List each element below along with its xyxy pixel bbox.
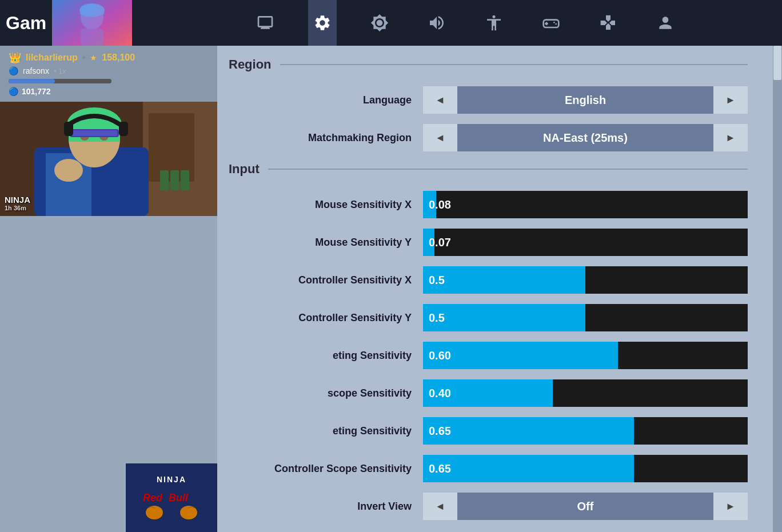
nav-icons xyxy=(149,0,782,46)
svg-point-3 xyxy=(79,3,105,17)
currency-amount: 101,772 xyxy=(22,87,51,96)
input-section-header: Input xyxy=(229,162,748,179)
player-name: lilcharlierup xyxy=(26,53,78,63)
targeting-sens-label: eting Sensitivity xyxy=(229,350,423,362)
ctrl-targeting-sens-slider[interactable]: 0.65 xyxy=(423,417,748,445)
ctrl-targeting-sens-value: 0.65 xyxy=(429,425,451,438)
region-section-header: Region xyxy=(229,57,748,75)
region-title: Region xyxy=(229,57,272,72)
svg-rect-0 xyxy=(52,0,132,46)
webcam-background: NINJA 1h 36m xyxy=(0,102,217,216)
controller-sens-y-row: Controller Sensitivity Y 0.5 xyxy=(229,304,748,331)
ctrl-scope-sens-slider[interactable]: 0.65 xyxy=(423,455,748,482)
audio-icon[interactable] xyxy=(422,0,451,46)
game-title: Gam xyxy=(6,13,46,34)
controller-sens-y-value: 0.5 xyxy=(429,311,445,325)
webcam-area: NINJA 1h 36m xyxy=(0,102,217,216)
targeting-sens-slider[interactable]: 0.60 xyxy=(423,342,748,369)
brightness-icon[interactable] xyxy=(365,0,394,46)
matchmaking-region-next-button[interactable]: ► xyxy=(713,124,748,151)
matchmaking-region-value: NA-East (25ms) xyxy=(457,124,713,151)
redbull-panel: NINJA Red Bull xyxy=(126,463,217,532)
mouse-sens-x-value: 0.08 xyxy=(429,198,451,211)
ctrl-scope-sens-fill: 0.65 xyxy=(423,455,634,482)
invert-view-control: ◄ Off ► xyxy=(423,493,748,520)
mouse-sens-x-label: Mouse Sensitivity X xyxy=(229,199,423,211)
svg-text:Bull: Bull xyxy=(169,492,189,503)
targeting-sens-row: eting Sensitivity 0.60 xyxy=(229,342,748,369)
controller-sens-x-control: 0.5 xyxy=(423,266,748,294)
scrollbar[interactable] xyxy=(773,46,782,532)
mouse-sens-x-row: Mouse Sensitivity X 0.08 xyxy=(229,191,748,218)
monitor-icon[interactable] xyxy=(251,0,280,46)
ctrl-targeting-sens-label: eting Sensitivity xyxy=(229,425,423,437)
ctrl-scope-sens-control: 0.65 xyxy=(423,455,748,482)
ctrl-targeting-sens-fill: 0.65 xyxy=(423,417,634,445)
svg-point-8 xyxy=(555,23,557,25)
svg-rect-27 xyxy=(181,170,189,190)
matchmaking-region-prev-button[interactable]: ◄ xyxy=(423,124,457,151)
settings-icon[interactable] xyxy=(308,0,337,46)
controller-sens-x-slider[interactable]: 0.5 xyxy=(423,266,748,294)
controller-sens-x-value: 0.5 xyxy=(429,274,445,287)
svg-point-1 xyxy=(81,5,103,30)
crown-icon: 👑 xyxy=(9,51,21,64)
player-info: 👑 lilcharlierup • ★ 158,100 🔵 rafsonx • … xyxy=(0,46,217,102)
mouse-sens-y-fill: 0.07 xyxy=(423,229,434,256)
mouse-sens-y-label: Mouse Sensitivity Y xyxy=(229,237,423,249)
ctrl-scope-sens-label: Controller Scope Sensitivity xyxy=(229,463,423,475)
profile-icon[interactable] xyxy=(651,0,680,46)
logo-area: Gam xyxy=(0,0,149,46)
gamepad-icon[interactable] xyxy=(594,0,623,46)
shield-icon: 🔵 xyxy=(9,66,18,75)
webcam-stream-time: 1h 36m xyxy=(5,205,30,211)
ctrl-scope-sens-row: Controller Scope Sensitivity 0.65 xyxy=(229,455,748,482)
language-row: Language ◄ English ► xyxy=(229,86,748,114)
invert-view-row: Invert View ◄ Off ► xyxy=(229,493,748,520)
svg-rect-21 xyxy=(71,130,117,136)
mouse-sens-x-slider[interactable]: 0.08 xyxy=(423,191,748,218)
controller-sens-x-row: Controller Sensitivity X 0.5 xyxy=(229,266,748,294)
separator: • xyxy=(82,53,86,63)
left-panel: 👑 lilcharlierup • ★ 158,100 🔵 rafsonx • … xyxy=(0,46,217,532)
input-title: Input xyxy=(229,162,260,177)
language-next-button[interactable]: ► xyxy=(713,86,748,114)
svg-rect-26 xyxy=(170,170,179,190)
currency-icon: 🔵 xyxy=(9,87,18,96)
redbull-logo: Red Bull xyxy=(137,487,206,521)
language-label: Language xyxy=(229,94,423,106)
controller-sens-y-label: Controller Sensitivity Y xyxy=(229,312,423,324)
xp-bar-fill xyxy=(9,79,55,83)
scope-sens-slider[interactable]: 0.40 xyxy=(423,379,748,407)
settings-panel: Region Language ◄ English ► Matchmaking … xyxy=(217,46,782,532)
accessibility-icon[interactable] xyxy=(480,0,508,46)
controller-config-icon[interactable] xyxy=(537,0,565,46)
mouse-sens-y-control: 0.07 xyxy=(423,229,748,256)
ctrl-scope-sens-value: 0.65 xyxy=(429,462,451,475)
player-stars: 158,100 xyxy=(102,53,135,63)
settings-content: Region Language ◄ English ► Matchmaking … xyxy=(217,46,782,532)
svg-rect-24 xyxy=(119,122,128,136)
language-control: ◄ English ► xyxy=(423,86,748,114)
scrollbar-thumb[interactable] xyxy=(773,46,781,80)
mouse-sens-y-slider[interactable]: 0.07 xyxy=(423,229,748,256)
currency-row: 🔵 101,772 xyxy=(9,87,209,96)
player-sub-row: 🔵 rafsonx • 1x xyxy=(9,66,209,75)
player-sub-name: rafsonx xyxy=(23,66,49,75)
controller-sens-y-slider[interactable]: 0.5 xyxy=(423,304,748,331)
scope-sens-row: scope Sensitivity 0.40 xyxy=(229,379,748,407)
language-value: English xyxy=(457,86,713,114)
webcam-overlay: NINJA 1h 36m xyxy=(5,195,30,211)
invert-view-prev-button[interactable]: ◄ xyxy=(423,493,457,520)
ctrl-targeting-sens-row: eting Sensitivity 0.65 xyxy=(229,417,748,445)
redbull-ninja-label: NINJA xyxy=(157,475,186,484)
scope-sens-value: 0.40 xyxy=(429,387,451,400)
svg-rect-25 xyxy=(160,170,169,190)
targeting-sens-control: 0.60 xyxy=(423,342,748,369)
controller-sens-y-control: 0.5 xyxy=(423,304,748,331)
language-prev-button[interactable]: ◄ xyxy=(423,86,457,114)
svg-rect-23 xyxy=(64,122,73,136)
matchmaking-region-row: Matchmaking Region ◄ NA-East (25ms) ► xyxy=(229,124,748,151)
invert-view-next-button[interactable]: ► xyxy=(713,493,748,520)
svg-point-7 xyxy=(553,22,555,23)
